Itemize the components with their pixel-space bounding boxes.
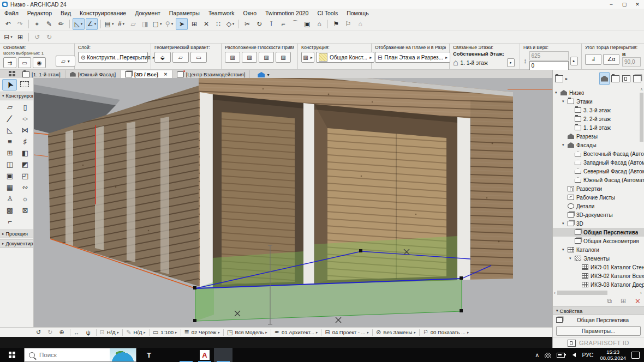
tree-vertical-scrollbar[interactable]: ∧ ∨ — [639, 87, 644, 289]
tool-button-railing[interactable]: ♯ — [17, 136, 33, 147]
quick-option-orientation[interactable]: ✎ Н/Д ▸ — [124, 329, 148, 336]
taskbar-app-archicad[interactable] — [214, 348, 232, 362]
quick-option-pan[interactable]: ↔ — [71, 329, 84, 336]
taskbar-app-acad[interactable]: A — [195, 348, 214, 362]
toolbar-button-redo[interactable]: ↷ — [15, 19, 26, 29]
tool-button-door[interactable]: ◧ — [17, 147, 33, 159]
menu-item[interactable]: Файл — [0, 10, 23, 16]
quick-option[interactable] — [223, 329, 224, 336]
tree-item-elevations[interactable]: ▾ Фасады — [553, 141, 644, 149]
toolbar-button-home-story[interactable]: ⌂ — [314, 19, 325, 29]
toolbar-button-fillet[interactable]: ⌒ — [290, 19, 301, 29]
toolbar-button-rotate[interactable]: ↻ — [254, 19, 265, 29]
tool-button-morph[interactable]: ∾ — [17, 182, 33, 193]
menu-item[interactable]: Окно — [239, 10, 261, 16]
tool-button-skylight[interactable]: ◩ — [17, 159, 33, 170]
toolbar-button-pick-up-parameters[interactable]: ✎ — [44, 19, 55, 29]
menu-item[interactable]: CI Tools — [313, 10, 342, 16]
view-tab-floor-plan[interactable]: [1. 1-й этаж] — [18, 70, 65, 78]
toolbar-button-measure[interactable]: ⊞ — [189, 19, 200, 29]
navigator-view-button-save-current-view[interactable]: ⧉ — [603, 297, 612, 305]
quick-option-model-view-options[interactable]: ◳ Вся Модель ▸ — [225, 329, 270, 336]
quick-option[interactable] — [419, 329, 420, 336]
toolbox-section-design[interactable]: ▾ Конструиров — [0, 92, 33, 100]
refplane-button-plane-top[interactable]: ▨ — [225, 52, 240, 63]
tree-item-stories[interactable]: ▾ Этажи — [553, 97, 644, 106]
tree-item-story[interactable]: 2. 2-й этаж — [553, 114, 644, 123]
toolbar-button[interactable] — [238, 20, 239, 28]
project-chooser-button[interactable]: ▸ — [554, 73, 569, 85]
toolbar-button-flag-marker[interactable]: ⚑ — [331, 19, 342, 29]
taskbar-app-explorer[interactable] — [158, 348, 177, 362]
tree-expand-icon[interactable]: ▾ — [562, 248, 568, 252]
scroll-right-icon[interactable]: › — [640, 291, 642, 295]
quick-option[interactable] — [96, 329, 97, 336]
notification-center-icon[interactable] — [631, 352, 640, 359]
scroll-up-icon[interactable]: ∧ — [640, 87, 643, 92]
toolbar-button-undo[interactable]: ↶ — [3, 19, 14, 29]
properties-header[interactable]: ▾ Свойства — [553, 306, 644, 315]
tree-expand-icon[interactable]: ▾ — [562, 221, 568, 226]
tool-button-end-wall[interactable]: ⌐ — [2, 216, 17, 227]
toolbar-button-lock[interactable]: ⚲ — [164, 19, 175, 29]
toolbar-button-adjust[interactable]: ▣ — [302, 19, 313, 29]
refplane-button-plane-bottom[interactable]: ▨ — [242, 52, 257, 63]
basic-button-selection-settings[interactable]: ⇉ — [3, 57, 16, 68]
tree-item-worksheet[interactable]: Рабочие Листы — [553, 193, 644, 202]
menu-item[interactable]: Twinmotion 2020 — [261, 10, 313, 16]
menu-item[interactable]: Параметры — [165, 10, 204, 16]
graphisoft-id-bar[interactable]: GRAPHISOFT ID — [553, 337, 644, 348]
quick-option[interactable] — [372, 329, 373, 336]
toolbar-button-reference-plane[interactable]: ▱ — [128, 19, 139, 29]
search-input[interactable] — [38, 351, 100, 359]
toolbar-button[interactable] — [28, 20, 29, 28]
tree-item-section[interactable]: Разрезы — [553, 132, 644, 141]
tree-expand-icon[interactable]: ▾ — [562, 99, 568, 104]
refplane-button-plane-core-top[interactable]: ▨ — [259, 52, 274, 63]
tree-item-schedule[interactable]: ▾ Каталоги — [553, 245, 644, 254]
toolbar-button-inject-parameters[interactable]: ✏ — [56, 19, 67, 29]
quick-option-layout-set[interactable]: ⊟ 04 Проект - ... ▸ — [323, 329, 371, 336]
basic-button-magnet[interactable]: ◉ — [33, 57, 46, 68]
display-field[interactable]: ⊟План Этажа и Разрез...▸ — [375, 52, 450, 63]
tree-item-elevation[interactable]: Восточный Фасад (Автоматич — [553, 149, 644, 158]
quick-option[interactable] — [122, 329, 123, 336]
tool-button-grid-element[interactable]: ⊠ — [17, 204, 33, 216]
settings-button[interactable]: Параметры... — [556, 326, 641, 336]
menu-item[interactable]: Конструирование — [75, 10, 130, 16]
start-button[interactable] — [0, 348, 24, 362]
toolbar-button-solid-operations[interactable]: ◇ — [225, 19, 236, 29]
select-tool-button-marquee[interactable] — [18, 79, 32, 89]
menu-item[interactable]: Teamwork — [204, 10, 239, 16]
menu-item[interactable]: Помощь — [342, 10, 373, 16]
toolbar-button-drag-move[interactable]: ➤ — [176, 18, 188, 30]
toolbar-button-save-layout[interactable]: ⊞ — [15, 32, 26, 43]
toolbar-button-zoom-to-selection[interactable]: ⌖ — [32, 19, 43, 29]
speaker-icon[interactable] — [570, 353, 576, 357]
quick-option-renovation-filter[interactable]: ⚐ 00 Показать ... ▸ — [421, 329, 472, 336]
geometry-method-button-slab-rotated[interactable]: ▭ — [190, 52, 207, 63]
composite-picker-button[interactable]: ▨▸ — [301, 52, 314, 63]
quick-option-zoom-in[interactable]: ⊕ — [57, 329, 68, 336]
viewport-3d-scene[interactable] — [34, 78, 552, 327]
toolbar-button[interactable] — [100, 20, 101, 28]
toolbar-button-show-layout[interactable]: ⊟ — [3, 32, 14, 43]
toolbar-button-favorites[interactable]: ▤ — [104, 19, 115, 29]
layout-book-button[interactable] — [621, 73, 631, 85]
navigator-view-button-delete-view[interactable]: ✕ — [630, 297, 641, 305]
tool-button-column[interactable]: ▯ — [17, 101, 33, 113]
toolbar-button-corner[interactable]: ⌐ — [278, 19, 289, 29]
bottom-offset-input[interactable]: 0 — [529, 61, 569, 70]
tool-button-corner-window[interactable]: ◰ — [17, 170, 33, 182]
search-highlight-image[interactable] — [110, 348, 136, 361]
quick-option[interactable] — [149, 329, 150, 336]
tree-expand-icon[interactable]: ▾ — [555, 90, 560, 95]
tray-chevron-icon[interactable]: ∧ — [535, 352, 539, 359]
tree-item-project[interactable]: ▾ Низко — [553, 88, 644, 97]
toolbar-button-stretch[interactable]: ✕ — [201, 19, 212, 29]
tool-button-wall[interactable]: ▱ — [2, 101, 17, 113]
toolbox-section-document[interactable]: ▸ Документир — [0, 239, 33, 248]
toolbar-button-sync-send[interactable]: ↻ — [44, 32, 55, 43]
quick-option-layer-combination[interactable]: ≣ 02 Чертеж ▸ — [182, 329, 222, 336]
tab-close-icon[interactable]: ✕ — [164, 72, 168, 77]
